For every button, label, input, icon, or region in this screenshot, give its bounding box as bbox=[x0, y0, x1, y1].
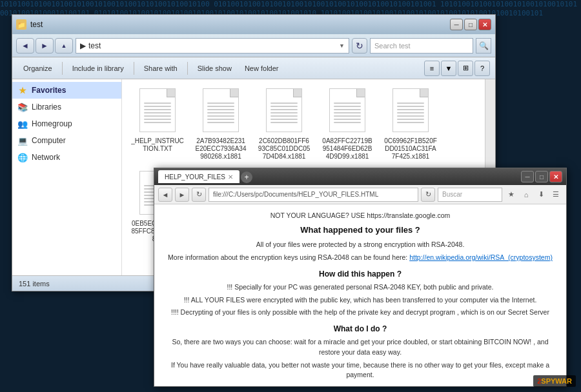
up-button[interactable]: ▲ bbox=[55, 38, 73, 54]
slideshow-button[interactable]: Slide show bbox=[192, 60, 238, 77]
top-note: NOT YOUR LANGUAGE? USE https://translate… bbox=[167, 211, 553, 221]
browser-search-field[interactable]: Buscar bbox=[438, 188, 502, 202]
address-dropdown[interactable]: ▼ bbox=[339, 43, 345, 49]
file-icon bbox=[390, 88, 431, 135]
star-favorite-icon[interactable]: ★ bbox=[505, 188, 518, 201]
browser-forward-button[interactable]: ► bbox=[175, 188, 189, 202]
file-icon bbox=[327, 88, 368, 135]
window-controls: ─ □ ✕ bbox=[450, 19, 491, 30]
explorer-title-bar: 📁 test ─ □ ✕ bbox=[12, 15, 495, 34]
tab-label: HELP_YOUR_FILES bbox=[165, 173, 225, 181]
organize-button[interactable]: Organize bbox=[17, 60, 58, 77]
file-item[interactable]: 2C602DB801FF693C85C01DDC057D4D84.x1881 bbox=[255, 86, 313, 163]
sidebar-item-network[interactable]: 🌐 Network bbox=[12, 149, 121, 166]
breadcrumb-arrow: ▶ bbox=[80, 41, 86, 50]
p-all-files: !!! ALL YOUR FILES were encrypted with t… bbox=[167, 295, 553, 306]
file-name: 2A7B93482E231E20ECC7936A34980268.x1881 bbox=[194, 137, 247, 161]
include-library-button[interactable]: Include in library bbox=[66, 60, 130, 77]
homegroup-label: Homegroup bbox=[32, 119, 72, 128]
badge-text: SPYWAR bbox=[541, 377, 572, 385]
file-item[interactable]: 2A7B93482E231E20ECC7936A34980268.x1881 bbox=[192, 86, 250, 163]
sidebar: ★ Favorites 📚 Libraries 👥 Homegroup 💻 Co… bbox=[12, 79, 122, 275]
close-button[interactable]: ✕ bbox=[478, 19, 491, 30]
browser-maximize-button[interactable]: □ bbox=[535, 171, 548, 182]
file-icon bbox=[263, 88, 305, 135]
browser-window: HELP_YOUR_FILES ✕ + ─ □ ✕ ◄ ► ↻ file:///… bbox=[154, 168, 567, 387]
status-text: 151 items bbox=[19, 280, 50, 288]
section-what-happened: What happened to your files ? bbox=[167, 224, 553, 237]
spywar-badge: 2SPYWAR bbox=[533, 375, 576, 387]
rsa-link[interactable]: http://en.wikipedia.org/wiki/RSA_(crypto… bbox=[409, 253, 553, 261]
sidebar-item-homegroup[interactable]: 👥 Homegroup bbox=[12, 115, 121, 132]
url-text: file:///C:/Users/pc/Documents/HELP_YOUR_… bbox=[213, 191, 378, 198]
tab-close-button[interactable]: ✕ bbox=[228, 173, 233, 181]
toolbar: Organize Include in library Share with S… bbox=[12, 57, 495, 79]
refresh-button[interactable]: ↻ bbox=[352, 38, 367, 54]
computer-icon: 💻 bbox=[17, 135, 28, 146]
share-with-button[interactable]: Share with bbox=[138, 60, 183, 77]
view-buttons: ≡ ▼ ⊞ ? bbox=[424, 61, 490, 76]
settings-icon[interactable]: ☰ bbox=[549, 188, 562, 201]
favorites-label: Favorites bbox=[32, 86, 66, 95]
window-title: test bbox=[30, 20, 43, 29]
p-pc-key: !!! Specially for your PC was generated … bbox=[167, 282, 553, 293]
view-details-button[interactable]: ≡ bbox=[424, 61, 440, 76]
search-field[interactable]: Search test bbox=[370, 38, 473, 54]
p-valuable-data: If You have really valuable data, you be… bbox=[167, 360, 553, 381]
file-item[interactable]: 0C69962F1B520FDD01510AC31FA7F425.x1881 bbox=[382, 86, 440, 163]
help-button[interactable]: ? bbox=[474, 61, 490, 76]
file-name: 2C602DB801FF693C85C01DDC057D4D84.x1881 bbox=[258, 137, 311, 161]
sidebar-item-favorites[interactable]: ★ Favorites bbox=[12, 82, 121, 99]
sidebar-item-libraries[interactable]: 📚 Libraries bbox=[12, 99, 121, 115]
homegroup-icon: 👥 bbox=[17, 119, 28, 129]
browser-window-controls: ─ □ ✕ bbox=[521, 171, 562, 182]
toolbar-separator-2 bbox=[134, 62, 134, 75]
file-name: _HELP_INSTRUCTION.TXT bbox=[131, 137, 184, 153]
address-text: test bbox=[88, 41, 101, 50]
browser-title-bar: HELP_YOUR_FILES ✕ + ─ □ ✕ bbox=[154, 168, 566, 185]
browser-minimize-button[interactable]: ─ bbox=[521, 171, 534, 182]
section-what-to-do: What do I do ? bbox=[167, 323, 553, 335]
nav-buttons: ◄ ► ▲ bbox=[16, 38, 73, 54]
toolbar-separator-3 bbox=[187, 62, 188, 75]
sidebar-favorites-section: ★ Favorites 📚 Libraries 👥 Homegroup 💻 Co… bbox=[12, 79, 121, 168]
view-tiles-button[interactable]: ⊞ bbox=[458, 61, 473, 76]
file-icon bbox=[200, 88, 241, 135]
libraries-icon: 📚 bbox=[17, 102, 28, 112]
p-encryption: All of your files were protected by a st… bbox=[167, 240, 553, 250]
file-item[interactable]: _HELP_INSTRUCTION.TXT bbox=[128, 86, 187, 163]
back-button[interactable]: ◄ bbox=[16, 38, 34, 54]
browser-tab-active[interactable]: HELP_YOUR_FILES ✕ bbox=[158, 170, 240, 183]
section-instructions: For more specific instructions: bbox=[167, 386, 553, 386]
new-folder-button[interactable]: New folder bbox=[239, 60, 285, 77]
browser-url-bar[interactable]: file:///C:/Users/pc/Documents/HELP_YOUR_… bbox=[209, 188, 418, 202]
sidebar-item-computer[interactable]: 💻 Computer bbox=[12, 132, 121, 149]
download-icon[interactable]: ⬇ bbox=[535, 188, 547, 201]
search-submit-button[interactable]: 🔍 bbox=[476, 38, 491, 54]
section-how-happened: How did this happen ? bbox=[167, 268, 553, 280]
forward-button[interactable]: ► bbox=[36, 38, 54, 54]
p-more-info: More information about the encryption ke… bbox=[167, 253, 553, 263]
view-dropdown-button[interactable]: ▼ bbox=[441, 61, 456, 76]
browser-back-button[interactable]: ◄ bbox=[158, 188, 172, 202]
address-field[interactable]: ▶ test ▼ bbox=[76, 38, 349, 54]
minimize-button[interactable]: ─ bbox=[450, 19, 463, 30]
new-tab-button[interactable]: + bbox=[241, 172, 252, 183]
libraries-label: Libraries bbox=[32, 103, 61, 112]
home-icon[interactable]: ⌂ bbox=[520, 188, 533, 201]
browser-refresh-button[interactable]: ↻ bbox=[192, 188, 206, 202]
browser-content: NOT YOUR LANGUAGE? USE https://translate… bbox=[154, 204, 566, 386]
folder-icon: 📁 bbox=[16, 19, 26, 30]
maximize-button[interactable]: □ bbox=[464, 19, 477, 30]
file-name: 0A82FFC22719B951484F6ED62B4D9D99.x1881 bbox=[321, 137, 374, 161]
file-item[interactable]: 0A82FFC22719B951484F6ED62B4D9D99.x1881 bbox=[318, 86, 376, 163]
browser-toolbar-icons: ★ ⌂ ⬇ ☰ bbox=[505, 188, 562, 201]
search-placeholder: Search test bbox=[374, 42, 411, 50]
title-bar-left: 📁 test bbox=[16, 19, 43, 30]
p-decrypt: !!!! Decrypting of your files is only po… bbox=[167, 308, 553, 318]
file-name: 0C69962F1B520FDD01510AC31FA7F425.x1881 bbox=[384, 137, 437, 161]
browser-url-go-button[interactable]: ↻ bbox=[421, 188, 435, 202]
file-icon bbox=[137, 88, 178, 135]
browser-close-button[interactable]: ✕ bbox=[549, 171, 562, 182]
browser-nav: ◄ ► ↻ file:///C:/Users/pc/Documents/HELP… bbox=[154, 185, 566, 204]
